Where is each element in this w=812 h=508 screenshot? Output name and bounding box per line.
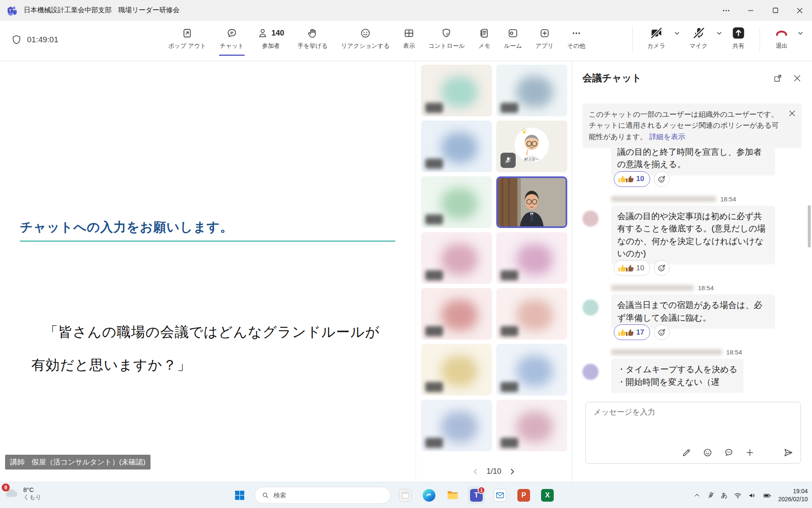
react-button[interactable]: リアクションする (334, 27, 396, 50)
blurred-sender-name (611, 285, 694, 291)
add-reaction-button[interactable] (654, 324, 670, 340)
sender-avatar (582, 364, 599, 380)
windows-taskbar: 9 8°C くもり 検索 T (0, 482, 812, 508)
attach-plus-icon[interactable] (745, 448, 755, 458)
shared-screen-stage: チャットへの入力をお願いします。 「皆さんの職場の会議ではどんなグランドルールが… (0, 61, 416, 482)
message-extensions-icon[interactable] (724, 448, 734, 458)
hidden-icons-chevron[interactable] (693, 492, 701, 499)
app-icon-window[interactable] (396, 486, 414, 504)
taskbar-center: 検索 T 1 P X (231, 486, 556, 504)
add-reaction-button[interactable] (654, 260, 670, 276)
reaction-pill[interactable]: 10 (614, 171, 650, 187)
blurred-name-badge (425, 382, 443, 392)
blurred-face (517, 411, 553, 442)
participant-tile[interactable] (496, 344, 567, 395)
participant-tile[interactable] (421, 232, 492, 284)
app-icon-file-explorer[interactable] (444, 486, 462, 504)
close-chat-icon[interactable] (793, 74, 802, 83)
apps-plus-icon (539, 27, 550, 39)
meeting-toolbar: 01:49:01 ポップ アウト チャット 140 参加者 手を挙げる リアクシ… (0, 21, 812, 61)
participants-button[interactable]: 140 参加者 (251, 27, 291, 50)
emoji-icon[interactable] (703, 448, 713, 458)
app-icon-teams[interactable]: T 1 (468, 486, 485, 504)
taskbar-clock[interactable]: 19:04 2026/02/10 (778, 487, 808, 503)
participant-tile[interactable] (496, 232, 567, 284)
maximize-button[interactable] (763, 0, 787, 21)
view-button[interactable]: 表示 (396, 27, 422, 50)
close-button[interactable] (787, 0, 812, 21)
page-indicator: 1/10 (487, 467, 501, 476)
svg-text:T: T (9, 8, 11, 13)
prev-page-chevron[interactable] (471, 467, 480, 476)
reaction-count: 10 (636, 264, 644, 272)
chat-message: 議の目的と終了時間を宣言し、参加者の意識を揃える。 10 (582, 145, 800, 187)
reaction-pill[interactable]: 10 (614, 260, 650, 276)
blurred-face (441, 244, 478, 275)
notes-button[interactable]: メモ (471, 27, 497, 50)
minimize-button[interactable] (738, 0, 763, 21)
volume-icon[interactable] (748, 492, 756, 500)
blurred-face (441, 411, 478, 442)
more-button[interactable]: その他 (560, 27, 592, 50)
participant-tile[interactable] (421, 121, 492, 172)
app-icon-outlook[interactable] (491, 486, 509, 504)
battery-icon[interactable] (763, 492, 772, 500)
blurred-name-badge (500, 438, 518, 448)
format-pen-icon[interactable] (681, 448, 692, 458)
chat-message: 18:54 会議当日までの宿題がある場合は、必ず準備して会議に臨む。 17 (582, 284, 800, 340)
camera-options-chevron[interactable] (673, 29, 681, 39)
chat-header: 会議チャット (582, 71, 802, 85)
apps-button[interactable]: アプリ (529, 27, 560, 50)
tray-mic-muted-icon[interactable] (707, 492, 715, 499)
app-icon-powerpoint[interactable]: P (515, 486, 533, 504)
participant-tile[interactable] (421, 65, 492, 116)
reaction-count: 17 (636, 328, 644, 337)
participant-tile[interactable] (496, 65, 567, 116)
message-input[interactable] (593, 407, 787, 417)
rooms-button[interactable]: ルーム (497, 27, 529, 50)
mic-options-chevron[interactable] (715, 29, 723, 39)
control-button[interactable]: コントロール (422, 27, 472, 50)
blurred-sender-name (611, 196, 716, 202)
window-more-button[interactable] (714, 0, 738, 21)
leave-button[interactable]: 退出 (768, 27, 796, 50)
banner-close-icon[interactable] (788, 109, 796, 121)
participant-tile[interactable] (421, 288, 492, 340)
add-reaction-button[interactable] (654, 171, 670, 187)
camera-button[interactable]: カメラ (640, 27, 672, 50)
start-button[interactable] (231, 486, 249, 504)
app-icon-edge[interactable] (420, 486, 438, 504)
search-icon (262, 492, 269, 499)
ime-indicator[interactable]: あ (721, 492, 727, 500)
participant-tile-avatar[interactable]: 村上正一 (496, 121, 567, 172)
blurred-face (441, 132, 478, 163)
participant-tile[interactable] (421, 344, 492, 395)
notes-icon (478, 27, 490, 39)
participant-tile[interactable] (421, 176, 492, 228)
banner-details-link[interactable]: 詳細を表示 (649, 133, 685, 141)
participant-tile[interactable] (496, 288, 567, 340)
mic-button[interactable]: マイク (683, 27, 714, 50)
reaction-pill[interactable]: 17 (614, 324, 650, 340)
participant-tile[interactable] (421, 400, 492, 451)
wifi-icon[interactable] (734, 492, 742, 500)
chat-button[interactable]: チャット (213, 27, 251, 50)
thumbs-up-icon (618, 175, 626, 183)
popout-chat-icon[interactable] (773, 74, 782, 83)
next-page-chevron[interactable] (508, 467, 517, 476)
popout-button[interactable]: ポップ アウト (161, 27, 213, 50)
blurred-face (517, 76, 553, 107)
reaction-count: 10 (636, 175, 644, 183)
share-button[interactable]: 共有 (725, 27, 752, 50)
send-message-icon[interactable] (783, 447, 794, 458)
app-icon-excel[interactable]: X (539, 486, 556, 504)
participant-tile[interactable] (496, 400, 567, 451)
blurred-face (441, 76, 478, 107)
weather-widget[interactable]: 9 8°C くもり (4, 486, 41, 501)
raise-hand-button[interactable]: 手を挙げる (291, 27, 334, 50)
leave-options-chevron[interactable] (796, 29, 804, 39)
active-speaker-tile[interactable] (496, 176, 567, 228)
clock-time: 19:04 (778, 487, 808, 495)
chat-scrollbar-thumb[interactable] (808, 205, 811, 247)
taskbar-search[interactable]: 検索 (254, 487, 391, 504)
